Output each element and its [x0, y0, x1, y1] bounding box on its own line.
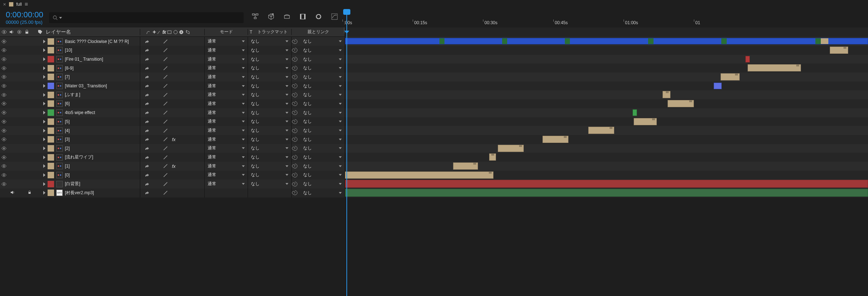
timeline-track[interactable] — [345, 64, 868, 73]
layer-row[interactable]: [10]通常なしなし — [0, 46, 868, 55]
timeline-track[interactable] — [345, 82, 868, 91]
shy-icon[interactable] — [144, 181, 150, 187]
eye-icon[interactable] — [1, 164, 6, 169]
chevron-down-icon[interactable] — [59, 17, 62, 19]
layer-name-text[interactable]: 4to5 wipe effect — [65, 110, 95, 115]
layer-row[interactable]: [白背景]通常なしなし — [0, 179, 868, 188]
parent-dropdown[interactable]: なし — [300, 189, 345, 197]
search-input[interactable] — [49, 12, 244, 23]
quality-icon[interactable] — [163, 47, 168, 53]
label-color-chip[interactable] — [48, 56, 54, 62]
track-matte-column-header[interactable]: トラックマット — [257, 29, 288, 35]
label-color-chip[interactable] — [48, 163, 54, 169]
fx-icon[interactable]: fx — [172, 164, 176, 169]
pickwhip-icon[interactable] — [292, 109, 298, 116]
eye-icon[interactable] — [1, 146, 6, 151]
quality-icon[interactable] — [163, 101, 168, 106]
mode-column-header[interactable]: モード — [220, 29, 233, 35]
layer-bar[interactable] — [668, 100, 694, 107]
solo-column-icon[interactable] — [17, 29, 22, 35]
speaker-icon[interactable] — [10, 190, 15, 196]
layer-bar[interactable] — [542, 136, 568, 143]
speaker-column-icon[interactable] — [9, 29, 14, 35]
layer-name-text[interactable]: [流れ星ワイプ] — [65, 154, 93, 160]
shy-icon[interactable] — [144, 119, 150, 125]
label-color-chip[interactable] — [48, 136, 54, 143]
layer-row[interactable]: [5]通常なしなし — [0, 117, 868, 126]
layer-name-text[interactable]: [Water 03_ Transition] — [65, 83, 107, 88]
label-color-chip[interactable] — [48, 154, 54, 161]
timeline-track[interactable] — [345, 153, 868, 162]
label-color-chip[interactable] — [48, 127, 54, 134]
layer-bar[interactable] — [663, 91, 670, 98]
twirl-icon[interactable] — [43, 129, 45, 132]
track-matte-dropdown[interactable]: なし — [248, 118, 291, 126]
pickwhip-icon[interactable] — [292, 163, 298, 169]
eye-icon[interactable] — [1, 173, 6, 178]
panel-menu-icon[interactable]: ≡ — [25, 1, 28, 7]
tab-title[interactable]: full — [16, 2, 22, 7]
layer-row[interactable]: [6]通常なしなし — [0, 99, 868, 108]
quality-icon[interactable] — [163, 74, 168, 80]
timeline-track[interactable] — [345, 179, 868, 188]
tag-column-icon[interactable] — [37, 29, 43, 35]
quality-icon[interactable] — [163, 190, 168, 196]
blend-mode-dropdown[interactable]: 通常 — [205, 55, 248, 63]
shy-icon[interactable] — [144, 65, 150, 71]
layer-name-text[interactable]: [6] — [65, 101, 70, 106]
timeline-track[interactable] — [345, 144, 868, 153]
layer-bar[interactable] — [830, 47, 848, 54]
eye-icon[interactable] — [1, 48, 6, 53]
timeline-track[interactable] — [345, 46, 868, 55]
quality-icon[interactable] — [163, 172, 168, 178]
label-color-chip[interactable] — [48, 47, 54, 53]
layer-bar[interactable] — [489, 153, 496, 161]
layer-row[interactable]: 4to5 wipe effect通常なしなし — [0, 108, 868, 117]
twirl-icon[interactable] — [43, 191, 45, 195]
layer-row[interactable]: [4]通常なしなし — [0, 126, 868, 135]
label-color-chip[interactable] — [48, 100, 54, 107]
layer-bar[interactable] — [345, 171, 493, 179]
eye-icon[interactable] — [1, 92, 6, 97]
twirl-icon[interactable] — [43, 156, 45, 159]
layer-bar[interactable] — [748, 64, 801, 71]
twirl-icon[interactable] — [43, 102, 45, 105]
twirl-icon[interactable] — [43, 93, 45, 97]
layer-name-text[interactable]: [3] — [65, 137, 70, 142]
pickwhip-icon[interactable] — [292, 100, 298, 107]
quality-icon[interactable] — [163, 154, 168, 160]
twirl-icon[interactable] — [43, 66, 45, 70]
parent-dropdown[interactable]: なし — [300, 38, 345, 45]
blend-mode-dropdown[interactable]: 通常 — [205, 144, 248, 152]
eye-icon[interactable] — [1, 83, 6, 88]
pickwhip-icon[interactable] — [292, 154, 298, 161]
pickwhip-icon[interactable] — [292, 38, 298, 45]
layer-bar[interactable] — [721, 73, 740, 80]
layer-name-text[interactable]: Basic ???? Clockwise [C M ?? R] — [65, 39, 129, 44]
shy-icon[interactable] — [144, 128, 150, 134]
pickwhip-icon[interactable] — [292, 118, 298, 125]
layer-name-text[interactable]: [1] — [65, 164, 70, 169]
track-matte-dropdown[interactable]: なし — [248, 100, 291, 108]
quality-icon[interactable] — [163, 128, 168, 134]
parent-dropdown[interactable]: なし — [300, 109, 345, 117]
eye-icon[interactable] — [1, 57, 6, 62]
eye-icon[interactable] — [1, 128, 6, 133]
lock-column-icon[interactable] — [24, 29, 30, 35]
parent-dropdown[interactable]: なし — [300, 144, 345, 152]
eye-icon[interactable] — [1, 66, 6, 71]
layer-row[interactable]: [2]通常なしなし — [0, 144, 868, 153]
track-matte-dropdown[interactable]: なし — [248, 153, 291, 161]
layer-row[interactable]: [8-9]通常なしなし — [0, 64, 868, 73]
parent-dropdown[interactable]: なし — [300, 55, 345, 63]
track-matte-dropdown[interactable]: なし — [248, 55, 291, 63]
timeline-track[interactable] — [345, 135, 868, 144]
shy-icon[interactable] — [144, 47, 150, 53]
pickwhip-icon[interactable] — [292, 127, 298, 134]
label-color-chip[interactable] — [48, 145, 54, 152]
track-matte-dropdown[interactable]: なし — [248, 162, 291, 170]
layer-name-header[interactable]: レイヤー名 — [46, 29, 71, 35]
shy-icon[interactable] — [144, 163, 150, 169]
layer-name-text[interactable]: [2] — [65, 146, 70, 151]
parent-dropdown[interactable]: なし — [300, 82, 345, 90]
